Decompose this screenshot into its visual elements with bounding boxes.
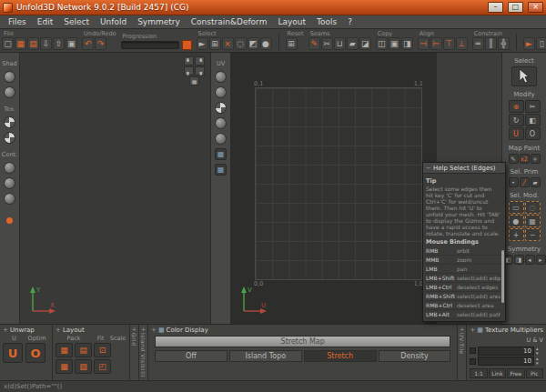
marquee-rect-icon[interactable]: ▭ (509, 201, 524, 214)
constrain-horizontal-icon[interactable]: ═ (472, 37, 484, 50)
align-right-icon[interactable]: ⊢ (430, 37, 442, 50)
help-collapse-button[interactable]: − (426, 165, 431, 172)
select-brush-icon[interactable]: ● (260, 37, 272, 50)
select-island-icon[interactable]: ◩ (248, 37, 259, 50)
pane-split-h-icon[interactable]: ▖ (184, 66, 194, 75)
select-lasso-icon[interactable]: ◌ (235, 37, 247, 50)
color-display-collapse-icon[interactable]: + (151, 327, 157, 334)
unwrap-collapse-icon[interactable]: + (3, 327, 8, 334)
pane-single-icon[interactable]: ▘ (184, 56, 194, 65)
center-world-icon[interactable] (4, 193, 15, 205)
v-multiplier-stepper[interactable]: ▴ ▾ (536, 357, 543, 366)
map-x2-icon[interactable]: x2 (520, 154, 530, 164)
layout-header[interactable]: + Layout (56, 326, 126, 335)
island-visibility-strip[interactable]: + Island Visibility (139, 325, 148, 380)
menu-item[interactable]: Files (3, 16, 32, 27)
marquee-grow-icon[interactable]: + (509, 228, 524, 241)
dock-left-icon[interactable]: ▯ (536, 37, 546, 50)
apply-arrow-icon[interactable]: ► (523, 37, 535, 50)
align-top-icon[interactable]: ⊤ (443, 37, 455, 50)
center-selection-icon[interactable] (4, 177, 15, 189)
uv-tile-strip[interactable]: + UV-Tile (458, 325, 467, 380)
unfold-tool-icon[interactable]: U (509, 127, 524, 140)
viewport-uv[interactable]: 0,1 1,1 0,0 1,0 V U (231, 53, 437, 324)
weld-tool-icon[interactable]: ⊕ (509, 100, 524, 113)
pane-max-icon[interactable]: ▦ (189, 76, 199, 85)
free-button[interactable]: Free (507, 368, 524, 378)
pack-islands-icon[interactable]: ▦ (56, 343, 73, 357)
ratio-button[interactable]: 1:1 (470, 368, 487, 378)
symmetry-right-icon[interactable]: ▸ (536, 255, 546, 265)
strip-expand-icon[interactable]: + (141, 326, 146, 332)
pack-group-icon[interactable]: ▩ (56, 359, 73, 374)
select-pointer-icon[interactable]: ► (197, 37, 208, 50)
unwrap-header[interactable]: + Unwrap (3, 326, 49, 335)
seam-cut-icon[interactable]: ✂ (321, 37, 333, 50)
marquee-lasso-icon[interactable]: ◌ (525, 201, 541, 214)
optimize-tool-icon[interactable]: O (525, 127, 541, 140)
select-edges-icon[interactable]: ╱ (520, 177, 530, 187)
u-multiplier-stepper[interactable]: ▴ ▾ (536, 347, 543, 356)
mirror-copy-icon[interactable]: ◨ (401, 37, 413, 50)
menu-item[interactable]: Layout (272, 16, 311, 27)
pic-button[interactable]: Pic (526, 368, 543, 378)
select-cursor-tool[interactable] (511, 66, 537, 86)
color-display-header[interactable]: + ▦ Color Display (151, 326, 454, 335)
redo-icon[interactable]: ↷ (95, 37, 106, 50)
undo-icon[interactable]: ↶ (82, 37, 94, 50)
menu-item[interactable]: Select (58, 16, 95, 27)
uv-pins-icon[interactable] (215, 133, 227, 145)
texture-checker-a-icon[interactable] (4, 116, 15, 128)
menu-item[interactable]: Symmetry (132, 16, 186, 27)
minimize-button[interactable]: – (488, 2, 503, 13)
uv-islands-icon[interactable] (215, 117, 227, 129)
constrain-vertical-icon[interactable]: ║ (485, 37, 497, 50)
mode-island-topo-button[interactable]: Island Topo (229, 350, 302, 362)
copy-uv-icon[interactable]: ◫ (376, 37, 388, 50)
help-scrollbar[interactable] (501, 250, 504, 303)
viewport-3d[interactable]: ▘▝▖▗▦ Y X (20, 53, 211, 324)
select-vertices-icon[interactable]: • (509, 177, 519, 187)
stepper-down-icon[interactable]: ▾ (536, 361, 543, 366)
paint-brush-icon[interactable]: ✎ (509, 154, 519, 164)
menu-item[interactable]: Constrain&Deform (186, 16, 273, 27)
new-scene-icon[interactable]: ▢ (2, 37, 14, 50)
close-button[interactable]: × (528, 2, 543, 13)
deselect-all-icon[interactable]: × (222, 37, 234, 50)
select-plus-icon[interactable]: ⊞ (209, 37, 221, 50)
maximize-button[interactable]: □ (508, 2, 523, 13)
unfold-button[interactable]: U (3, 343, 23, 363)
menu-item[interactable]: Edit (32, 16, 58, 27)
seam-pencil-icon[interactable]: ✎ (308, 37, 320, 50)
menu-item[interactable]: ? (342, 16, 358, 27)
select-polygons-icon[interactable]: ▰ (531, 177, 541, 187)
paste-uv-icon[interactable]: ▣ (389, 37, 400, 50)
u-multiplier-value[interactable]: 10 (478, 347, 534, 356)
stepper-down-icon[interactable]: ▾ (536, 351, 543, 356)
align-bottom-icon[interactable]: ⊥ (456, 37, 468, 50)
texture-multipliers-collapse-icon[interactable]: + (470, 327, 475, 334)
v-multiplier-checkbox[interactable] (470, 358, 476, 365)
progression-stop-button[interactable] (182, 40, 192, 50)
open-file-icon[interactable]: ▦ (15, 37, 26, 50)
seam-eraser-icon[interactable]: ◪ (359, 37, 371, 50)
grid-strip[interactable]: + Grid (130, 325, 139, 380)
rotate-tool-icon[interactable]: ↻ (509, 114, 524, 126)
link-button[interactable]: Link (489, 368, 506, 378)
cut-tool-icon[interactable]: ✂ (525, 100, 541, 113)
flip-tool-icon[interactable]: ◧ (525, 114, 541, 126)
menu-item[interactable]: Tools (311, 16, 342, 27)
export-mesh-icon[interactable]: ⇧ (53, 37, 65, 50)
layout-collapse-icon[interactable]: + (56, 327, 61, 334)
uv-grid-icon[interactable]: ▦ (215, 148, 227, 160)
symmetry-left-icon[interactable]: ◂ (525, 255, 535, 265)
seam-weld-icon[interactable]: ⊔ (334, 37, 346, 50)
reset-uv-icon[interactable]: ⊞ (286, 37, 298, 50)
marquee-shrink-icon[interactable]: − (525, 228, 541, 241)
uv-tile-expand-icon[interactable]: + (460, 326, 464, 332)
v-multiplier-value[interactable]: 10 (478, 357, 534, 366)
uv-flat-icon[interactable] (215, 86, 227, 98)
mode-density-button[interactable]: Density (379, 350, 451, 362)
optimize-button[interactable]: O (25, 343, 46, 363)
align-left-icon[interactable]: ⊣ (418, 37, 430, 50)
